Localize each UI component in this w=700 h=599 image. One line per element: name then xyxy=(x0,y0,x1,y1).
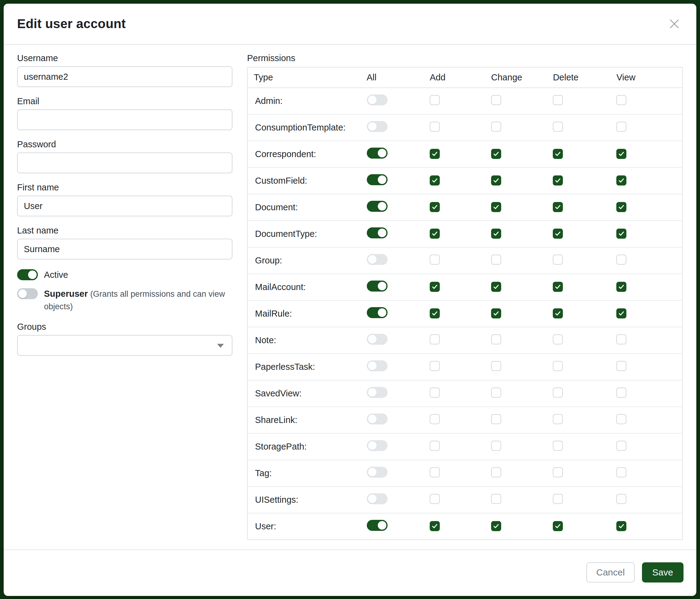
permission-add-checkbox[interactable] xyxy=(430,229,440,239)
permission-delete-checkbox[interactable] xyxy=(553,521,563,531)
permission-view-checkbox[interactable] xyxy=(616,175,626,186)
permission-add-checkbox[interactable] xyxy=(430,95,440,105)
permission-delete-checkbox[interactable] xyxy=(553,441,563,451)
username-input[interactable] xyxy=(17,66,232,87)
permission-change-checkbox[interactable] xyxy=(491,202,501,212)
permission-view-checkbox[interactable] xyxy=(616,229,626,239)
permission-delete-checkbox[interactable] xyxy=(553,149,563,159)
permission-add-checkbox[interactable] xyxy=(430,282,440,292)
permission-delete-checkbox[interactable] xyxy=(553,202,563,212)
permission-add-checkbox[interactable] xyxy=(430,255,440,265)
permission-delete-checkbox[interactable] xyxy=(553,387,563,398)
permission-all-toggle[interactable] xyxy=(367,94,388,105)
save-button[interactable]: Save xyxy=(642,562,683,582)
permission-all-toggle[interactable] xyxy=(367,387,388,398)
permission-view-checkbox[interactable] xyxy=(616,282,626,292)
permission-all-toggle[interactable] xyxy=(367,281,388,291)
last-name-input[interactable] xyxy=(17,239,232,260)
permission-all-toggle[interactable] xyxy=(367,520,388,531)
permission-add-checkbox[interactable] xyxy=(430,202,440,212)
permission-change-checkbox[interactable] xyxy=(491,175,501,186)
permission-view-checkbox[interactable] xyxy=(616,467,626,477)
active-toggle[interactable] xyxy=(17,269,38,280)
permission-add-checkbox[interactable] xyxy=(430,149,440,159)
permission-all-toggle[interactable] xyxy=(367,334,388,345)
permission-view-checkbox[interactable] xyxy=(616,521,626,531)
permission-delete-checkbox[interactable] xyxy=(553,122,563,132)
permission-add-checkbox[interactable] xyxy=(430,467,440,477)
permission-all-toggle[interactable] xyxy=(367,413,388,425)
permission-view-checkbox[interactable] xyxy=(616,441,626,451)
permission-view-checkbox[interactable] xyxy=(616,255,626,265)
permission-change-checkbox[interactable] xyxy=(491,494,501,504)
cancel-button[interactable]: Cancel xyxy=(586,562,634,582)
permission-change-checkbox[interactable] xyxy=(491,387,501,398)
password-input[interactable] xyxy=(17,152,232,173)
permission-view-checkbox[interactable] xyxy=(616,414,626,424)
permission-add-checkbox[interactable] xyxy=(430,308,440,318)
permission-change-checkbox[interactable] xyxy=(491,308,501,318)
toggle-knob xyxy=(368,96,377,104)
permission-change-checkbox[interactable] xyxy=(491,467,501,477)
permission-all-toggle[interactable] xyxy=(367,174,388,185)
permission-add-checkbox[interactable] xyxy=(430,414,440,424)
permission-delete-checkbox[interactable] xyxy=(553,95,563,105)
permission-all-toggle[interactable] xyxy=(367,440,388,451)
permission-view-checkbox[interactable] xyxy=(616,122,626,132)
permission-all-toggle[interactable] xyxy=(367,467,388,478)
permission-view-checkbox[interactable] xyxy=(616,334,626,344)
permission-add-checkbox[interactable] xyxy=(430,361,440,371)
permission-all-toggle[interactable] xyxy=(367,307,388,318)
permission-add-checkbox[interactable] xyxy=(430,122,440,132)
permission-add-checkbox[interactable] xyxy=(430,387,440,398)
permission-all-toggle[interactable] xyxy=(367,254,388,265)
permission-delete-checkbox[interactable] xyxy=(553,361,563,371)
permission-delete-checkbox[interactable] xyxy=(553,255,563,265)
permission-change-checkbox[interactable] xyxy=(491,229,501,239)
permission-all-toggle[interactable] xyxy=(367,493,388,504)
permission-delete-checkbox[interactable] xyxy=(553,175,563,186)
first-name-input[interactable] xyxy=(17,196,232,216)
email-input[interactable] xyxy=(17,110,232,130)
permission-view-checkbox[interactable] xyxy=(616,387,626,398)
permission-add-checkbox[interactable] xyxy=(430,521,440,531)
permission-change-checkbox[interactable] xyxy=(491,122,501,132)
permission-view-checkbox[interactable] xyxy=(616,308,626,318)
permission-add-checkbox[interactable] xyxy=(430,334,440,344)
permission-change-checkbox[interactable] xyxy=(491,149,501,159)
permission-change-checkbox[interactable] xyxy=(491,334,501,344)
permission-all-toggle[interactable] xyxy=(367,121,388,132)
permission-change-checkbox[interactable] xyxy=(491,95,501,105)
permission-delete-checkbox[interactable] xyxy=(553,308,563,318)
permission-change-checkbox[interactable] xyxy=(491,282,501,292)
permission-delete-checkbox[interactable] xyxy=(553,414,563,424)
permission-change-checkbox[interactable] xyxy=(491,414,501,424)
permission-view-checkbox[interactable] xyxy=(616,202,626,212)
permission-delete-checkbox[interactable] xyxy=(553,229,563,239)
permission-change-checkbox[interactable] xyxy=(491,255,501,265)
permission-view-checkbox[interactable] xyxy=(616,361,626,371)
permission-all-toggle[interactable] xyxy=(367,360,388,371)
close-button[interactable] xyxy=(666,15,683,32)
toggle-knob xyxy=(378,282,386,290)
permission-add-checkbox[interactable] xyxy=(430,175,440,186)
permission-view-checkbox[interactable] xyxy=(616,95,626,105)
permission-change-checkbox[interactable] xyxy=(491,521,501,531)
active-label: Active xyxy=(44,269,68,281)
permission-all-toggle[interactable] xyxy=(367,148,388,159)
permission-view-checkbox[interactable] xyxy=(616,494,626,504)
groups-select[interactable] xyxy=(17,335,232,356)
permission-change-checkbox[interactable] xyxy=(491,441,501,451)
permission-delete-checkbox[interactable] xyxy=(553,282,563,292)
permission-add-checkbox[interactable] xyxy=(430,441,440,451)
permission-add-checkbox[interactable] xyxy=(430,494,440,504)
permission-view-checkbox[interactable] xyxy=(616,149,626,159)
permission-delete-checkbox[interactable] xyxy=(553,467,563,477)
permission-type-label: DocumentType: xyxy=(247,221,361,247)
permission-delete-checkbox[interactable] xyxy=(553,334,563,344)
permission-all-toggle[interactable] xyxy=(367,227,388,238)
permission-delete-checkbox[interactable] xyxy=(553,494,563,504)
permission-change-checkbox[interactable] xyxy=(491,361,501,371)
superuser-toggle[interactable] xyxy=(17,288,38,299)
permission-all-toggle[interactable] xyxy=(367,201,388,212)
